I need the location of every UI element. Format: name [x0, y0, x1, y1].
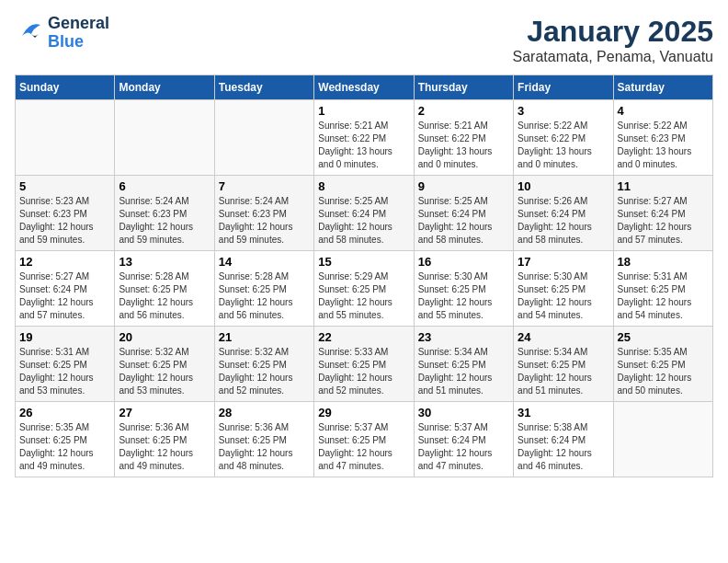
calendar-cell: 10Sunrise: 5:26 AM Sunset: 6:24 PM Dayli… — [514, 176, 613, 251]
calendar-cell: 11Sunrise: 5:27 AM Sunset: 6:24 PM Dayli… — [613, 176, 712, 251]
day-number: 5 — [19, 179, 110, 193]
calendar-cell: 9Sunrise: 5:25 AM Sunset: 6:24 PM Daylig… — [414, 176, 513, 251]
day-number: 28 — [219, 406, 310, 419]
calendar-cell: 20Sunrise: 5:32 AM Sunset: 6:25 PM Dayli… — [115, 327, 214, 402]
calendar-cell: 21Sunrise: 5:32 AM Sunset: 6:25 PM Dayli… — [214, 327, 313, 402]
day-number: 30 — [418, 406, 509, 419]
day-number: 4 — [618, 104, 709, 118]
calendar-cell: 18Sunrise: 5:31 AM Sunset: 6:25 PM Dayli… — [613, 251, 712, 327]
day-info: Sunrise: 5:37 AM Sunset: 6:25 PM Dayligh… — [318, 421, 409, 473]
header-tuesday: Tuesday — [214, 75, 313, 100]
day-info: Sunrise: 5:31 AM Sunset: 6:25 PM Dayligh… — [19, 346, 110, 397]
calendar-cell: 22Sunrise: 5:33 AM Sunset: 6:25 PM Dayli… — [314, 327, 414, 402]
day-number: 1 — [318, 104, 409, 118]
calendar-week-row: 26Sunrise: 5:35 AM Sunset: 6:25 PM Dayli… — [16, 402, 713, 477]
logo: General Blue — [15, 15, 109, 52]
day-number: 14 — [219, 255, 310, 269]
day-info: Sunrise: 5:27 AM Sunset: 6:24 PM Dayligh… — [19, 270, 110, 322]
calendar-cell — [214, 100, 313, 176]
day-info: Sunrise: 5:26 AM Sunset: 6:24 PM Dayligh… — [518, 195, 609, 247]
location-subtitle: Saratamata, Penama, Vanuatu — [512, 49, 713, 65]
day-number: 22 — [318, 330, 409, 344]
header-sunday: Sunday — [16, 75, 115, 100]
day-number: 21 — [219, 330, 310, 344]
calendar-week-row: 5Sunrise: 5:23 AM Sunset: 6:23 PM Daylig… — [16, 176, 713, 251]
day-info: Sunrise: 5:35 AM Sunset: 6:25 PM Dayligh… — [19, 421, 110, 473]
day-info: Sunrise: 5:32 AM Sunset: 6:25 PM Dayligh… — [119, 346, 210, 397]
calendar-cell: 4Sunrise: 5:22 AM Sunset: 6:23 PM Daylig… — [613, 100, 712, 176]
logo-text: General Blue — [48, 15, 109, 52]
logo-icon — [15, 17, 44, 49]
day-number: 29 — [318, 406, 409, 419]
day-info: Sunrise: 5:33 AM Sunset: 6:25 PM Dayligh… — [318, 346, 409, 397]
day-info: Sunrise: 5:21 AM Sunset: 6:22 PM Dayligh… — [318, 120, 409, 171]
calendar-table: SundayMondayTuesdayWednesdayThursdayFrid… — [15, 75, 713, 477]
calendar-cell: 3Sunrise: 5:22 AM Sunset: 6:22 PM Daylig… — [514, 100, 613, 176]
calendar-cell: 7Sunrise: 5:24 AM Sunset: 6:23 PM Daylig… — [214, 176, 313, 251]
calendar-cell: 8Sunrise: 5:25 AM Sunset: 6:24 PM Daylig… — [314, 176, 414, 251]
day-info: Sunrise: 5:21 AM Sunset: 6:22 PM Dayligh… — [418, 120, 509, 171]
calendar-cell: 13Sunrise: 5:28 AM Sunset: 6:25 PM Dayli… — [115, 251, 214, 327]
day-number: 2 — [418, 104, 509, 118]
day-number: 9 — [418, 179, 509, 193]
day-info: Sunrise: 5:28 AM Sunset: 6:25 PM Dayligh… — [219, 270, 310, 322]
calendar-cell: 14Sunrise: 5:28 AM Sunset: 6:25 PM Dayli… — [214, 251, 313, 327]
header-saturday: Saturday — [613, 75, 712, 100]
calendar-cell: 23Sunrise: 5:34 AM Sunset: 6:25 PM Dayli… — [414, 327, 513, 402]
header-thursday: Thursday — [414, 75, 513, 100]
calendar-cell — [613, 402, 712, 477]
day-info: Sunrise: 5:23 AM Sunset: 6:23 PM Dayligh… — [19, 195, 110, 247]
calendar-cell: 5Sunrise: 5:23 AM Sunset: 6:23 PM Daylig… — [16, 176, 115, 251]
calendar-cell: 15Sunrise: 5:29 AM Sunset: 6:25 PM Dayli… — [314, 251, 414, 327]
month-year-title: January 2025 — [512, 15, 713, 49]
header-friday: Friday — [514, 75, 613, 100]
day-number: 24 — [518, 330, 609, 344]
day-number: 16 — [418, 255, 509, 269]
calendar-cell: 17Sunrise: 5:30 AM Sunset: 6:25 PM Dayli… — [514, 251, 613, 327]
header-wednesday: Wednesday — [314, 75, 414, 100]
calendar-cell: 29Sunrise: 5:37 AM Sunset: 6:25 PM Dayli… — [314, 402, 414, 477]
calendar-cell: 12Sunrise: 5:27 AM Sunset: 6:24 PM Dayli… — [16, 251, 115, 327]
day-info: Sunrise: 5:34 AM Sunset: 6:25 PM Dayligh… — [418, 346, 509, 397]
day-info: Sunrise: 5:24 AM Sunset: 6:23 PM Dayligh… — [219, 195, 310, 247]
day-info: Sunrise: 5:25 AM Sunset: 6:24 PM Dayligh… — [318, 195, 409, 247]
day-info: Sunrise: 5:30 AM Sunset: 6:25 PM Dayligh… — [518, 270, 609, 322]
calendar-cell: 27Sunrise: 5:36 AM Sunset: 6:25 PM Dayli… — [115, 402, 214, 477]
day-number: 23 — [418, 330, 509, 344]
calendar-cell: 16Sunrise: 5:30 AM Sunset: 6:25 PM Dayli… — [414, 251, 513, 327]
page-header: General Blue January 2025 Saratamata, Pe… — [15, 15, 713, 65]
day-number: 25 — [618, 330, 709, 344]
day-number: 13 — [119, 255, 210, 269]
day-info: Sunrise: 5:29 AM Sunset: 6:25 PM Dayligh… — [318, 270, 409, 322]
calendar-cell: 31Sunrise: 5:38 AM Sunset: 6:24 PM Dayli… — [514, 402, 613, 477]
day-number: 20 — [119, 330, 210, 344]
logo-blue: Blue — [48, 33, 109, 52]
day-info: Sunrise: 5:37 AM Sunset: 6:24 PM Dayligh… — [418, 421, 509, 473]
header-monday: Monday — [115, 75, 214, 100]
day-number: 12 — [19, 255, 110, 269]
calendar-cell: 28Sunrise: 5:36 AM Sunset: 6:25 PM Dayli… — [214, 402, 313, 477]
calendar-cell: 25Sunrise: 5:35 AM Sunset: 6:25 PM Dayli… — [613, 327, 712, 402]
calendar-week-row: 1Sunrise: 5:21 AM Sunset: 6:22 PM Daylig… — [16, 100, 713, 176]
calendar-cell: 26Sunrise: 5:35 AM Sunset: 6:25 PM Dayli… — [16, 402, 115, 477]
day-number: 18 — [618, 255, 709, 269]
day-number: 11 — [618, 179, 709, 193]
calendar-cell: 19Sunrise: 5:31 AM Sunset: 6:25 PM Dayli… — [16, 327, 115, 402]
logo-general: General — [48, 15, 109, 33]
day-number: 6 — [119, 179, 210, 193]
calendar-cell: 6Sunrise: 5:24 AM Sunset: 6:23 PM Daylig… — [115, 176, 214, 251]
day-info: Sunrise: 5:22 AM Sunset: 6:23 PM Dayligh… — [618, 120, 709, 171]
day-number: 3 — [518, 104, 609, 118]
title-block: January 2025 Saratamata, Penama, Vanuatu — [512, 15, 713, 65]
day-info: Sunrise: 5:36 AM Sunset: 6:25 PM Dayligh… — [119, 421, 210, 473]
day-info: Sunrise: 5:36 AM Sunset: 6:25 PM Dayligh… — [219, 421, 310, 473]
day-number: 7 — [219, 179, 310, 193]
day-info: Sunrise: 5:25 AM Sunset: 6:24 PM Dayligh… — [418, 195, 509, 247]
calendar-cell: 30Sunrise: 5:37 AM Sunset: 6:24 PM Dayli… — [414, 402, 513, 477]
day-info: Sunrise: 5:32 AM Sunset: 6:25 PM Dayligh… — [219, 346, 310, 397]
calendar-cell — [115, 100, 214, 176]
day-info: Sunrise: 5:38 AM Sunset: 6:24 PM Dayligh… — [518, 421, 609, 473]
day-number: 26 — [19, 406, 110, 419]
day-number: 31 — [518, 406, 609, 419]
day-info: Sunrise: 5:22 AM Sunset: 6:22 PM Dayligh… — [518, 120, 609, 171]
